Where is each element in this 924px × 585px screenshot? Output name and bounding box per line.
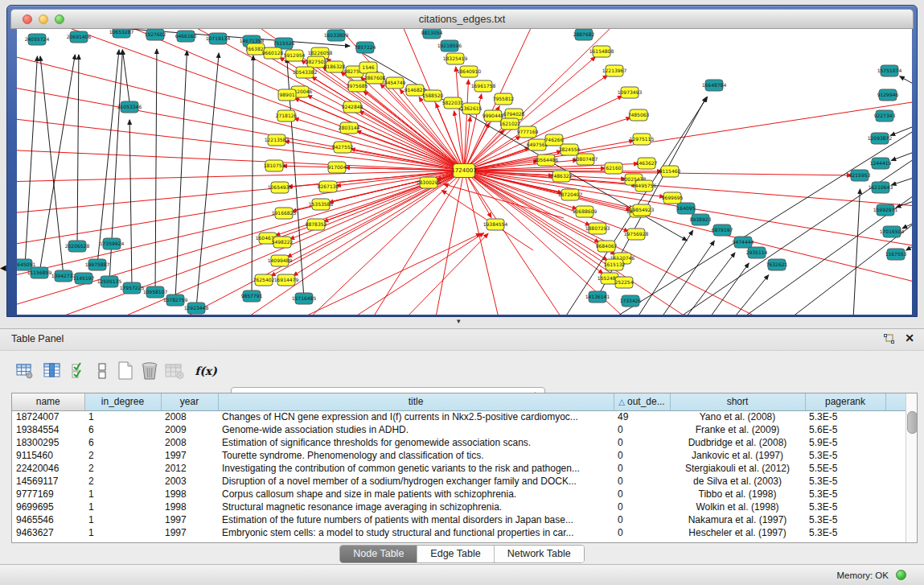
close-panel-icon[interactable]: ✕ <box>905 332 914 344</box>
cell: 0 <box>614 449 670 462</box>
table-row[interactable]: 1830029562008Estimation of significance … <box>12 436 906 449</box>
cell: 1 <box>84 488 161 501</box>
table-row[interactable]: 2242004622012Investigating the contribut… <box>12 462 906 475</box>
node-label: 12213583 <box>265 137 290 142</box>
node-label: 18325419 <box>443 56 468 61</box>
cell: 2003 <box>161 475 218 488</box>
cell: 0 <box>614 475 670 488</box>
network-view-window[interactable]: citations_edges.txt 24055724206914061065… <box>6 5 918 317</box>
table-body: 1872400712008Changes of HCN gene express… <box>12 410 906 539</box>
memory-status-indicator[interactable] <box>896 570 906 580</box>
cell: 6 <box>84 423 161 436</box>
node-label: 10958107 <box>143 289 168 295</box>
node-label: 1810753 <box>264 163 285 168</box>
table-row[interactable]: 911546021997Tourette syndrome. Phenomeno… <box>12 449 906 462</box>
cell: 9777169 <box>12 488 84 501</box>
select-all-check-icon[interactable] <box>68 360 90 382</box>
node-label: 2887682 <box>573 31 595 37</box>
column-header-name[interactable]: name <box>12 393 84 410</box>
node-label: 12923448 <box>184 305 209 311</box>
window-titlebar[interactable]: citations_edges.txt <box>10 9 914 29</box>
node-label: 9242848 <box>342 104 363 109</box>
cell: 9465546 <box>12 513 84 526</box>
row-height-icon[interactable] <box>91 360 113 382</box>
tab-node-table[interactable]: Node Table <box>340 546 417 562</box>
table-row[interactable]: 946554611997Estimation of the future num… <box>12 513 906 526</box>
node-label: 98901 <box>279 92 294 97</box>
cell: 0 <box>614 462 670 475</box>
scrollbar-thumb[interactable] <box>907 411 918 434</box>
node-label: 18640910 <box>457 68 482 74</box>
function-builder-icon[interactable]: f(x) <box>195 360 217 382</box>
node-label: 6794028 <box>503 111 525 117</box>
node-label: 1546 <box>362 64 374 70</box>
node-label: 16648784 <box>702 82 727 88</box>
cell-filler <box>885 449 906 462</box>
cell: Estimation of significance thresholds fo… <box>218 436 614 449</box>
column-header-pagerank[interactable]: pagerank <box>805 393 885 410</box>
node-label: 9474444 <box>733 239 754 245</box>
node-label: 10654935 <box>268 184 293 190</box>
tab-network-table[interactable]: Network Table <box>495 546 584 562</box>
node-label: 17957225 <box>120 285 145 290</box>
node-label: 746266 <box>545 137 564 142</box>
cell-filler <box>885 410 906 423</box>
table-row[interactable]: 1872400712008Changes of HCN gene express… <box>12 410 906 423</box>
table-row[interactable]: 1456911722003Disruption of a novel membe… <box>12 475 906 488</box>
cytoscape-app: { "window": { "title": "citations_edges.… <box>0 0 924 585</box>
cell: Nakamura et al. (1997) <box>670 513 805 526</box>
column-select-icon[interactable] <box>41 360 64 382</box>
node-label: 19166825 <box>272 210 297 216</box>
cell-filler <box>885 501 906 513</box>
table-row[interactable]: 946362711997Embryonic stem cells: a mode… <box>12 526 906 539</box>
node-label: 9660128 <box>262 50 284 56</box>
table-row[interactable]: 969969511998Structural magnetic resonanc… <box>12 501 906 513</box>
table-row[interactable]: 1938455462009Genome-wide association stu… <box>12 423 906 436</box>
node-label: 3975685 <box>347 83 368 89</box>
node-label: 2718126 <box>276 113 298 118</box>
node-label: 15992971 <box>873 207 898 212</box>
splitter-handle-icon[interactable]: ▾ <box>457 317 461 325</box>
table-settings-icon[interactable] <box>14 360 36 382</box>
node-label: 9777169 <box>517 129 539 134</box>
cell-filler <box>885 488 906 501</box>
node-label: 14671358 <box>240 38 265 43</box>
float-panel-icon[interactable] <box>883 333 895 345</box>
tab-edge-table[interactable]: Edge Table <box>417 546 494 562</box>
cell: 6 <box>84 436 161 449</box>
node-label: 18720407 <box>558 192 583 197</box>
node-label: 18300295 <box>417 179 441 185</box>
cell: 1998 <box>161 501 218 513</box>
collapse-panel-icon[interactable]: ◀ <box>0 263 6 272</box>
column-header-title[interactable]: title <box>218 393 614 410</box>
cell: Investigating the contribution of common… <box>218 462 614 475</box>
node-label: 17016504 <box>880 229 905 234</box>
cell: 2 <box>84 462 161 475</box>
column-header-short[interactable]: short <box>670 393 805 410</box>
node-label: 1244419 <box>870 160 892 166</box>
node-label: 9990448 <box>483 113 504 118</box>
node-label: 917004 <box>328 164 347 170</box>
cell: 0 <box>614 436 670 449</box>
node-label: 9146821 <box>405 87 426 93</box>
column-header-year[interactable]: year <box>161 393 218 410</box>
node-label: 9684067 <box>596 243 618 249</box>
status-bar: Memory: OK <box>0 564 924 585</box>
node-label: 16961758 <box>471 83 496 89</box>
cell: 22420046 <box>12 462 84 475</box>
node-label: 19756928 <box>624 231 649 237</box>
new-table-icon[interactable] <box>114 360 137 382</box>
node-label: 10543382 <box>293 69 318 75</box>
table-row[interactable]: 977716911998Corpus callosum shape and si… <box>12 488 906 501</box>
delete-table-icon[interactable] <box>138 360 161 382</box>
node-label: 1724007 <box>451 167 476 174</box>
cell: 2 <box>84 449 161 462</box>
node-label: 1527602 <box>145 31 166 37</box>
column-header-in_degree[interactable]: in_degree <box>84 393 161 410</box>
node-label: 10782759 <box>163 297 188 303</box>
network-canvas[interactable]: 2405572420691406106532871527602646616010… <box>17 29 912 315</box>
node-label: 1733426 <box>620 298 642 303</box>
node-label: 20564486 <box>534 157 559 163</box>
column-header-out_de[interactable]: △out_de... <box>614 393 670 410</box>
table-vertical-scrollbar[interactable] <box>906 393 917 542</box>
